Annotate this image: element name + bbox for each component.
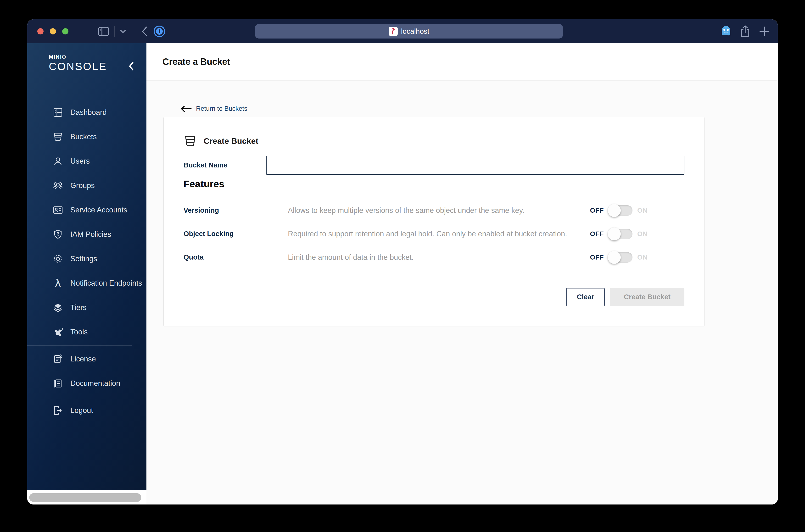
browser-titlebar: localhost bbox=[27, 19, 778, 43]
settings-gear-icon bbox=[52, 253, 64, 265]
address-bar[interactable]: localhost bbox=[255, 24, 563, 39]
toggle-on-label: ON bbox=[637, 207, 648, 214]
versioning-label: Versioning bbox=[184, 206, 288, 214]
sidebar-item-notification-endpoints[interactable]: λ Notification Endpoints bbox=[27, 271, 147, 296]
share-icon[interactable] bbox=[741, 25, 750, 37]
documentation-icon bbox=[52, 378, 64, 389]
sidebar-item-dashboard[interactable]: Dashboard bbox=[27, 100, 147, 125]
quota-description: Limit the amount of data in the bucket. bbox=[288, 253, 590, 262]
sidebar-item-settings[interactable]: Settings bbox=[27, 247, 147, 271]
return-to-buckets-link[interactable]: Return to Buckets bbox=[181, 105, 247, 112]
chevron-down-icon[interactable] bbox=[120, 30, 126, 33]
buckets-icon bbox=[52, 131, 64, 142]
tiers-layers-icon bbox=[52, 302, 64, 314]
license-icon bbox=[52, 353, 64, 365]
sidebar-item-groups[interactable]: Groups bbox=[27, 173, 147, 198]
address-bar-url: localhost bbox=[401, 27, 429, 35]
sidebar-item-iam-policies[interactable]: IAM Policies bbox=[27, 222, 147, 247]
toggle-on-label: ON bbox=[637, 253, 648, 261]
sidebar-item-users[interactable]: Users bbox=[27, 149, 147, 173]
toggle-sidebar-icon[interactable] bbox=[98, 27, 109, 36]
feature-row-quota: Quota Limit the amount of data in the bu… bbox=[184, 249, 685, 266]
toggle-knob bbox=[608, 251, 621, 264]
toggle-knob bbox=[608, 204, 621, 217]
sidebar-collapse-button[interactable] bbox=[126, 61, 136, 71]
page-header: Create a Bucket bbox=[147, 43, 778, 81]
ghostery-extension-icon[interactable] bbox=[721, 25, 731, 37]
window-controls bbox=[37, 28, 69, 35]
groups-icon bbox=[52, 180, 64, 191]
sidebar-item-documentation[interactable]: Documentation bbox=[27, 371, 147, 396]
toggle-off-label: OFF bbox=[590, 253, 604, 261]
chevron-left-icon bbox=[129, 62, 134, 71]
sidebar-divider bbox=[27, 345, 132, 346]
close-window-button[interactable] bbox=[37, 28, 43, 35]
toggle-knob bbox=[608, 227, 621, 241]
new-tab-icon[interactable] bbox=[759, 26, 770, 37]
left-arrow-icon bbox=[181, 106, 192, 112]
sidebar-item-logout[interactable]: Logout bbox=[27, 398, 147, 423]
lambda-icon: λ bbox=[52, 278, 64, 289]
main-content: Return to Buckets Create Bucket Bucket N… bbox=[147, 81, 778, 505]
service-accounts-icon bbox=[52, 204, 64, 216]
sidebar: MINIO CONSOLE Dashboard Buckets bbox=[27, 43, 147, 490]
toggle-on-label: ON bbox=[637, 230, 648, 238]
minimize-window-button[interactable] bbox=[50, 28, 56, 35]
onepassword-extension-icon[interactable] bbox=[154, 25, 165, 37]
logout-icon bbox=[52, 405, 64, 416]
versioning-description: Allows to keep multiple versions of the … bbox=[288, 206, 590, 215]
object-locking-description: Required to support retention and legal … bbox=[288, 230, 590, 238]
clear-button[interactable]: Clear bbox=[566, 288, 605, 306]
tools-icon bbox=[52, 326, 64, 338]
object-locking-toggle[interactable] bbox=[609, 229, 633, 239]
minio-flamingo-favicon bbox=[389, 27, 398, 36]
card-title: Create Bucket bbox=[204, 136, 259, 146]
zoom-window-button[interactable] bbox=[62, 28, 69, 35]
dashboard-icon bbox=[52, 107, 64, 118]
feature-row-versioning: Versioning Allows to keep multiple versi… bbox=[184, 202, 685, 219]
quota-toggle[interactable] bbox=[609, 252, 633, 263]
versioning-toggle[interactable] bbox=[609, 205, 633, 216]
users-icon bbox=[52, 155, 64, 167]
page-title: Create a Bucket bbox=[163, 57, 230, 67]
back-navigation-icon[interactable] bbox=[141, 26, 147, 36]
browser-window: localhost MINIO CONSOLE bbox=[27, 19, 778, 505]
bucket-name-label: Bucket Name bbox=[184, 161, 266, 169]
create-bucket-card: Create Bucket Bucket Name Features Versi… bbox=[164, 117, 705, 326]
sidebar-item-buckets[interactable]: Buckets bbox=[27, 125, 147, 149]
horizontal-scrollbar-thumb[interactable] bbox=[29, 493, 141, 502]
sidebar-item-service-accounts[interactable]: Service Accounts bbox=[27, 198, 147, 222]
bucket-name-input[interactable] bbox=[266, 156, 685, 175]
toolbar-separator bbox=[114, 26, 115, 37]
sidebar-item-tiers[interactable]: Tiers bbox=[27, 296, 147, 320]
sidebar-item-tools[interactable]: Tools bbox=[27, 320, 147, 344]
object-locking-label: Object Locking bbox=[184, 230, 288, 238]
iam-policies-icon bbox=[52, 229, 64, 240]
toggle-off-label: OFF bbox=[590, 230, 604, 238]
features-heading: Features bbox=[184, 178, 685, 190]
create-bucket-button[interactable]: Create Bucket bbox=[610, 288, 685, 306]
toggle-off-label: OFF bbox=[590, 207, 604, 214]
bucket-icon bbox=[184, 134, 197, 148]
sidebar-item-license[interactable]: License bbox=[27, 347, 147, 371]
feature-row-object-locking: Object Locking Required to support reten… bbox=[184, 226, 685, 242]
quota-label: Quota bbox=[184, 253, 288, 261]
